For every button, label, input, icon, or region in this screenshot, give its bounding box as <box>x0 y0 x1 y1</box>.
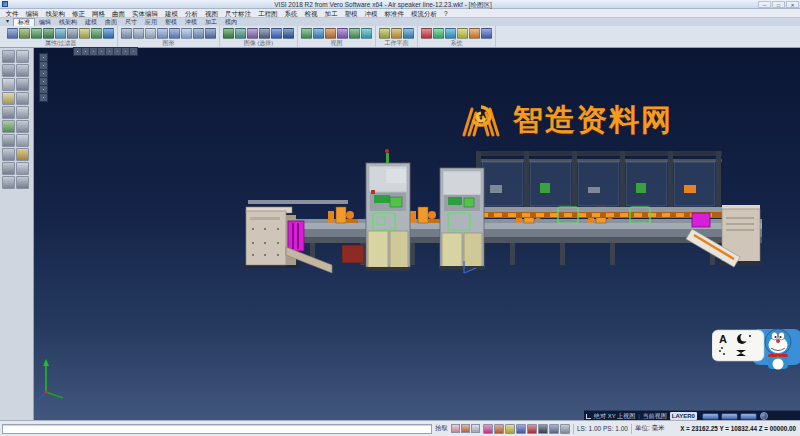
globe-icon[interactable] <box>760 412 768 420</box>
ribbon-icon[interactable] <box>169 28 180 39</box>
ribbon-icon[interactable] <box>235 28 246 39</box>
ribbon-icon[interactable] <box>457 28 468 39</box>
ribbon-icon[interactable] <box>55 28 66 39</box>
toolbar-icon[interactable] <box>16 78 29 91</box>
ribbon-icon[interactable] <box>445 28 456 39</box>
ribbon-icon[interactable] <box>283 28 294 39</box>
ribbon-icon[interactable] <box>103 28 114 39</box>
maximize-button[interactable]: □ <box>772 1 785 8</box>
ribbon-icon[interactable] <box>121 28 132 39</box>
ribbon-icon[interactable] <box>421 28 432 39</box>
snap-toggle-icon[interactable] <box>538 424 548 434</box>
ribbon-icon[interactable] <box>157 28 168 39</box>
chevron-down-icon[interactable]: ▾ <box>2 18 13 25</box>
menu-item[interactable]: 建模 <box>162 9 182 18</box>
toolbar-icon[interactable] <box>16 64 29 77</box>
view-orbit-icon[interactable] <box>90 48 97 55</box>
ribbon-icon[interactable] <box>391 28 402 39</box>
pick-mode-button[interactable] <box>461 424 470 433</box>
menu-item[interactable]: 检视 <box>301 9 321 18</box>
toolbar-icon[interactable] <box>2 176 15 189</box>
view-cube-icon[interactable] <box>40 78 47 85</box>
menu-item[interactable]: 标准件 <box>381 9 408 18</box>
menu-item[interactable]: ? <box>441 9 452 18</box>
ribbon-icon[interactable] <box>379 28 390 39</box>
ribbon-icon[interactable] <box>181 28 192 39</box>
menu-item[interactable]: 线架构 <box>42 9 69 18</box>
ribbon-tab[interactable]: 曲面 <box>101 19 121 26</box>
menu-item[interactable]: 网格 <box>89 9 109 18</box>
menu-item[interactable]: 冲模 <box>361 9 381 18</box>
ribbon-tab[interactable]: 加工 <box>201 19 221 26</box>
ribbon-icon[interactable] <box>469 28 480 39</box>
ribbon-icon[interactable] <box>91 28 102 39</box>
view-cube-icon[interactable] <box>40 62 47 69</box>
ribbon-icon[interactable] <box>433 28 444 39</box>
toolbar-icon[interactable] <box>2 134 15 147</box>
ribbon-tab[interactable]: 模内 <box>221 19 241 26</box>
toolbar-icon[interactable] <box>16 148 29 161</box>
ribbon-icon[interactable] <box>325 28 336 39</box>
toolbar-icon[interactable] <box>2 148 15 161</box>
snap-toggle-icon[interactable] <box>483 424 493 434</box>
toolbar-icon[interactable] <box>16 176 29 189</box>
toolbar-icon[interactable] <box>16 106 29 119</box>
ribbon-icon[interactable] <box>337 28 348 39</box>
view-orbit-icon[interactable] <box>106 48 113 55</box>
menu-item[interactable]: 视图 <box>202 9 222 18</box>
ribbon-icon[interactable] <box>79 28 90 39</box>
menu-item[interactable]: 工程图 <box>255 9 282 18</box>
ribbon-icon[interactable] <box>31 28 42 39</box>
toolbar-icon[interactable] <box>2 78 15 91</box>
menu-item[interactable]: 实体编辑 <box>129 9 162 18</box>
menu-item[interactable]: 编辑 <box>22 9 42 18</box>
menu-item[interactable]: 修正 <box>69 9 89 18</box>
ribbon-tab[interactable]: 建模 <box>81 19 101 26</box>
machine-station-c[interactable] <box>440 168 484 270</box>
ribbon-tab[interactable]: 线架构 <box>55 19 81 26</box>
toolbar-icon[interactable] <box>16 134 29 147</box>
ribbon-icon[interactable] <box>247 28 258 39</box>
toolbar-icon[interactable] <box>2 106 15 119</box>
menu-item[interactable]: 文件 <box>2 9 22 18</box>
ribbon-tab[interactable]: 编辑 <box>35 19 55 26</box>
machine-elevated-frames[interactable] <box>476 151 722 218</box>
snap-toggle-icon[interactable] <box>494 424 504 434</box>
view-orbit-icon[interactable] <box>130 48 137 55</box>
status-button[interactable] <box>740 413 757 420</box>
menu-item[interactable]: 塑模 <box>341 9 361 18</box>
pick-mode-button[interactable] <box>471 424 480 433</box>
menu-item[interactable]: 分析 <box>182 9 202 18</box>
toolbar-icon[interactable] <box>16 162 29 175</box>
view-orbit-icon[interactable] <box>74 48 81 55</box>
ribbon-icon[interactable] <box>313 28 324 39</box>
toolbar-icon[interactable] <box>16 92 29 105</box>
ribbon-icon[interactable] <box>205 28 216 39</box>
snap-toggle-icon[interactable] <box>560 424 570 434</box>
ribbon-icon[interactable] <box>481 28 492 39</box>
ribbon-tab[interactable]: 应用 <box>141 19 161 26</box>
minimize-button[interactable]: ─ <box>758 1 771 8</box>
menu-item[interactable]: 模流分析 <box>408 9 441 18</box>
close-button[interactable]: ✕ <box>786 1 799 8</box>
ribbon-icon[interactable] <box>7 28 18 39</box>
ribbon-icon[interactable] <box>19 28 30 39</box>
menu-item[interactable]: 系统 <box>281 9 301 18</box>
ribbon-icon[interactable] <box>133 28 144 39</box>
menu-item[interactable]: 曲面 <box>109 9 129 18</box>
ribbon-tab[interactable]: 尺寸 <box>121 19 141 26</box>
toolbar-icon[interactable] <box>16 120 29 133</box>
snap-toggle-icon[interactable] <box>527 424 537 434</box>
toolbar-icon[interactable] <box>16 50 29 63</box>
ribbon-icon[interactable] <box>43 28 54 39</box>
ribbon-icon[interactable] <box>193 28 204 39</box>
snap-toggle-icon[interactable] <box>516 424 526 434</box>
pick-mode-button[interactable] <box>451 424 460 433</box>
ribbon-icon[interactable] <box>271 28 282 39</box>
ribbon-icon[interactable] <box>223 28 234 39</box>
view-orbit-icon[interactable] <box>122 48 129 55</box>
toolbar-icon[interactable] <box>2 50 15 63</box>
machine-station-b[interactable] <box>366 149 410 271</box>
machine-magenta-unit-right[interactable] <box>692 213 710 227</box>
layer-badge[interactable]: LAYER0 <box>670 412 697 420</box>
